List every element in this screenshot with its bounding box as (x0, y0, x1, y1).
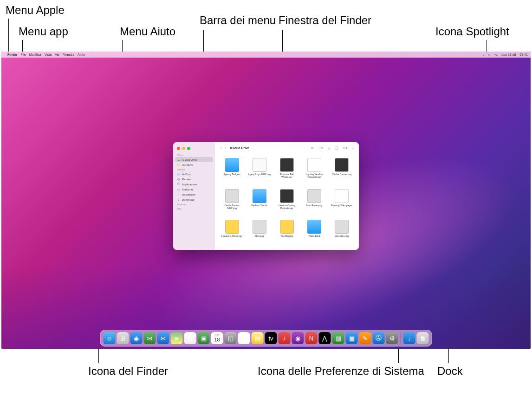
file-item[interactable]: Evening Talks.pages (329, 189, 355, 218)
file-item[interactable]: Tote Bag.jpg (273, 220, 300, 246)
file-item[interactable]: Ageny Logo B&W.png (246, 158, 272, 187)
file-item[interactable]: Matt Roper.png (301, 189, 328, 218)
menubar-vai[interactable]: Vai (55, 53, 59, 56)
callout-spotlight: Icona Spotlight (435, 25, 509, 38)
spotlight-icon[interactable]: ⌕ (488, 53, 490, 56)
dock-photos-icon[interactable]: ✿ (184, 332, 196, 344)
menubar-vista[interactable]: Vista (45, 53, 52, 56)
dock-notes-icon[interactable]: ▤ (252, 332, 264, 344)
desktop-icon: ▭ (177, 188, 180, 191)
file-name: Agency Budgets (223, 173, 240, 176)
dock-downloads-icon[interactable]: ↓ (403, 332, 415, 344)
file-icon (225, 189, 239, 203)
file-name: Ageny Logo B&W.png (248, 173, 271, 176)
menubar-file[interactable]: File (20, 53, 26, 56)
sidebar-condivisi[interactable]: 📁Condivisi (173, 162, 215, 167)
file-icon (335, 220, 349, 234)
menubar-date[interactable]: Lun 18 ott (501, 53, 516, 56)
file-icon (280, 189, 294, 203)
file-item[interactable]: Cecilia Dantas B&W.png (219, 189, 245, 218)
dock: ☺ ⊞ ◉ ✉ ✉ ➤ ✿ ▣ OTT18 ◫ ☑ ▤ tv ♪ ◉ N ⋀ ▥… (100, 330, 432, 347)
dock-system-preferences-icon[interactable]: ⚙ (386, 332, 398, 344)
menubar-finestra[interactable]: Finestra (63, 53, 74, 56)
dock-podcasts-icon[interactable]: ◉ (292, 332, 304, 344)
search-icon[interactable]: ⌕ (351, 146, 355, 150)
menubar-time[interactable]: 09:41 (519, 53, 528, 56)
window-minimize-button[interactable] (182, 147, 185, 150)
finder-toolbar: ‹ › iCloud Drive ⊞ ☰▾ △ ◯ ⊙▾ ⌕ (215, 142, 359, 154)
file-item[interactable]: Lighting Vendors Proposal.doc (301, 158, 328, 187)
nav-back-button[interactable]: ‹ (219, 146, 222, 150)
dock-pages-icon[interactable]: ✎ (359, 332, 371, 344)
file-item[interactable]: Proposal Fall Winter.key (273, 158, 300, 187)
file-item[interactable]: Vera San.png (329, 220, 355, 246)
file-item[interactable]: Talent Deck (301, 220, 328, 246)
sidebar-recenti[interactable]: ◷Recenti (173, 177, 215, 182)
sidebar-applicazioni[interactable]: ⒶApplicazioni (173, 182, 215, 187)
sidebar-scrivania[interactable]: ▭Scrivania (173, 187, 215, 192)
dock-launchpad-icon[interactable]: ⊞ (117, 332, 129, 344)
callout-app-menu: Menu app (19, 25, 68, 38)
dock-messages-icon[interactable]: ✉ (144, 332, 156, 344)
sidebar-airdrop[interactable]: ◎AirDrop (173, 171, 215, 177)
desktop-area[interactable]: Finder File Modifica Vista Vai Finestra … (1, 52, 531, 349)
dock-mail-icon[interactable]: ✉ (157, 332, 169, 344)
tags-icon[interactable]: ◯ (334, 146, 339, 150)
dock-finder-icon[interactable]: ☺ (104, 332, 116, 344)
dock-music-icon[interactable]: ♪ (279, 332, 291, 344)
nav-forward-button[interactable]: › (223, 146, 227, 150)
file-item[interactable]: Agency Budgets (219, 158, 245, 187)
airdrop-icon: ◎ (177, 172, 180, 176)
wifi-icon[interactable]: ⌵ (483, 53, 485, 57)
control-center-icon[interactable]: ⌥ (494, 53, 498, 57)
file-icon (225, 158, 239, 172)
finder-window: iCloud ☁iCloud Drive 📁Condivisi Preferit… (173, 142, 359, 250)
finder-content-area[interactable]: Agency BudgetsAgeny Logo B&W.pngProposal… (215, 154, 359, 250)
sidebar-download[interactable]: ↓Download (173, 197, 215, 202)
actions-icon[interactable]: ⊙▾ (342, 146, 349, 150)
dock-stocks-icon[interactable]: ⋀ (319, 332, 331, 344)
window-maximize-button[interactable] (187, 147, 190, 150)
callout-menu-bar: Barra dei menu (200, 14, 276, 27)
sidebar-section-icloud: iCloud (173, 153, 215, 157)
file-icon (307, 158, 321, 172)
dock-reminders-icon[interactable]: ☑ (238, 332, 250, 344)
file-name: Tote Bag.jpg (280, 235, 293, 237)
file-item[interactable]: Fashion Trends (246, 189, 272, 218)
menubar-modifica[interactable]: Modifica (29, 53, 41, 56)
file-item[interactable]: Cecilia Dantas.png (329, 158, 355, 187)
window-close-button[interactable] (177, 147, 180, 150)
dock-safari-icon[interactable]: ◉ (130, 332, 143, 344)
dock-maps-icon[interactable]: ➤ (171, 332, 183, 344)
file-name: Vera San.png (335, 235, 349, 237)
file-item[interactable]: Interiors Casting Portraits.key (273, 189, 300, 218)
dock-numbers-icon[interactable]: ▥ (332, 332, 344, 344)
menubar-aiuto[interactable]: Aiuto (78, 53, 85, 56)
sidebar-section-tag: Tag (173, 206, 215, 210)
dock-appstore-icon[interactable]: Ⓐ (373, 332, 385, 344)
file-icon (280, 158, 294, 172)
sidebar-documenti[interactable]: ▯Documenti (173, 192, 215, 197)
view-grid-icon[interactable]: ⊞ (310, 146, 315, 150)
callout-finder-icon: Icona del Finder (88, 365, 168, 378)
dock-facetime-icon[interactable]: ▣ (198, 332, 210, 344)
callout-apple-menu: Menu Apple (6, 4, 65, 17)
documents-icon: ▯ (177, 193, 180, 196)
menubar-app-name[interactable]: Finder (7, 53, 17, 56)
sidebar-icloud-drive[interactable]: ☁iCloud Drive (175, 157, 213, 162)
menu-bar: Finder File Modifica Vista Vai Finestra … (1, 52, 531, 58)
sidebar-section-preferiti: Preferiti (173, 167, 215, 171)
file-icon (280, 220, 294, 234)
dock-keynote-icon[interactable]: ▦ (346, 332, 358, 344)
dock-news-icon[interactable]: N (305, 332, 318, 344)
view-options-icon[interactable]: ☰▾ (318, 146, 324, 150)
file-item[interactable]: Abby.png (246, 220, 272, 246)
callout-dock: Dock (437, 365, 463, 378)
dock-contacts-icon[interactable]: ◫ (225, 332, 237, 344)
file-item[interactable]: Locations Notes.key (219, 220, 245, 246)
share-icon[interactable]: △ (327, 146, 331, 150)
dock-tv-icon[interactable]: tv (265, 332, 277, 344)
dock-calendar-icon[interactable]: OTT18 (211, 332, 223, 344)
dock-trash-icon[interactable]: 🗑 (417, 332, 429, 344)
finder-window-title: iCloud Drive (230, 146, 249, 150)
